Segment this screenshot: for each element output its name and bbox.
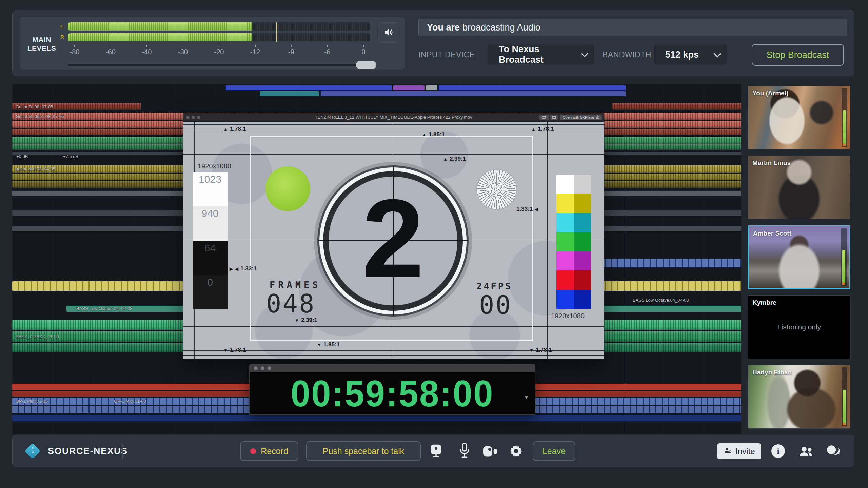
window-close-icon[interactable]: [254, 366, 258, 370]
daw-track-label: Guitar DI.dup1.08_07-05: [16, 114, 64, 119]
microphone-button[interactable]: [457, 442, 472, 460]
app-root: Guitar DI 08_07-05Guitar DI.dup1.08_07-0…: [0, 0, 868, 488]
rotate-icon[interactable]: [539, 115, 549, 120]
volume-slider[interactable]: [68, 60, 370, 70]
microphone-icon: [457, 455, 472, 460]
aspect-marker-icon: ▼: [529, 348, 534, 352]
aspect-marker-icon: ▼: [295, 318, 299, 323]
gear-icon: [508, 455, 524, 460]
aspect-marker-icon: ▲: [422, 133, 427, 137]
color-bars: [556, 175, 591, 309]
participant-tile-active[interactable]: Amber Scott: [748, 225, 850, 289]
video-player-window: TENZIN REEL 3_12 WITH JULY MIX_TIMECODE-…: [183, 113, 604, 359]
aspect-marker-icon: ◀: [235, 267, 238, 271]
bandwidth-label: BANDWIDTH: [603, 50, 651, 59]
fps-value: 00: [479, 290, 512, 320]
participant-name: Kymbre: [752, 299, 776, 306]
volume-slider-handle[interactable]: [356, 61, 376, 69]
timecode-titlebar[interactable]: [249, 364, 535, 372]
volume-slider-track[interactable]: [68, 64, 370, 66]
aspect-marker-icon: ▼: [223, 348, 228, 352]
daw-track-lane: [393, 85, 425, 90]
participant-tile[interactable]: Hadyn Ethan: [748, 365, 850, 429]
daw-track-lane: [226, 85, 392, 90]
color-bar-row: [556, 232, 591, 251]
chat-button[interactable]: [825, 444, 841, 460]
speaker-icon: [383, 27, 394, 39]
video-player-titlebar[interactable]: TENZIN REEL 3_12 WITH JULY MIX_TIMECODE-…: [183, 113, 604, 122]
chevron-down-icon: [714, 50, 722, 58]
daw-track-label: BASS Low Octave.04_04-08: [76, 306, 133, 311]
stop-broadcast-button[interactable]: Stop Broadcast: [752, 44, 844, 66]
db-tick: -9: [288, 48, 294, 56]
aspect-ratio-label: 1.78:1: [230, 126, 246, 133]
people-icon: [798, 455, 814, 460]
db-tick: -60: [106, 48, 116, 56]
daw-track-label: BASS Low Octave.04_04-08: [633, 298, 689, 303]
level-meter-right: [68, 33, 370, 41]
participant-level-meter: [841, 228, 847, 286]
level-meter: [68, 22, 370, 42]
settings-button[interactable]: [508, 443, 524, 460]
main-levels-panel: MAIN LEVELS L R -80 -60 -40 -30 -20 -12 …: [20, 17, 405, 70]
film-leader-frame[interactable]: 2 1023 940 64 0 1920x1080 1920x1080 ▲1.7…: [183, 122, 604, 359]
participant-tile[interactable]: Kymbre Listening only: [748, 295, 850, 359]
aspect-marker-icon: ▼: [317, 343, 321, 347]
starburst-pattern: [477, 170, 516, 209]
color-bar-row: [556, 251, 591, 270]
frame-line: [183, 355, 604, 356]
color-bar-row: [556, 270, 591, 289]
daw-track-lane: [12, 281, 190, 291]
peak-indicator: [276, 22, 277, 42]
resolution-label: 1920x1080: [551, 312, 585, 320]
fps-label: 24FPS: [476, 281, 512, 291]
db-tick: 0: [361, 48, 365, 56]
speaker-button[interactable]: [378, 22, 399, 43]
frames-label: FRAMES: [270, 280, 321, 290]
aspect-ratio-label: 2.39:1: [450, 156, 466, 162]
invite-button-label: Invite: [735, 447, 755, 456]
record-button[interactable]: Record: [240, 441, 298, 461]
window-zoom-icon[interactable]: [268, 366, 271, 370]
green-circle: [265, 166, 310, 211]
invite-button[interactable]: Invite: [717, 443, 761, 459]
grayscale-step: 64: [193, 241, 228, 275]
color-bar-row: [556, 290, 591, 309]
daw-track-lane: [321, 92, 626, 96]
leave-button[interactable]: Leave: [533, 441, 575, 461]
info-button[interactable]: i: [771, 444, 785, 458]
window-minimize-icon[interactable]: [261, 366, 264, 370]
main-levels-label: MAIN LEVELS: [23, 35, 60, 53]
camera-button[interactable]: [482, 445, 499, 459]
participants-button[interactable]: [798, 444, 814, 460]
display-button[interactable]: [428, 443, 444, 459]
share-icon[interactable]: [594, 115, 602, 120]
source-nexus-logo-icon: [24, 443, 41, 459]
bandwidth-dropdown[interactable]: 512 kps: [654, 45, 727, 64]
participant-tile[interactable]: Martin Linus: [748, 156, 850, 219]
color-bar-row: [556, 194, 591, 213]
participant-level-meter: [842, 367, 847, 426]
participant-tile[interactable]: You (Armel): [748, 86, 850, 149]
bandwidth-value: 512 kps: [665, 49, 699, 60]
daw-track-label: +7.5 dB: [63, 154, 78, 159]
daw-track-label: Guitar DI 08_07-05: [16, 104, 53, 109]
toolbar-divider: [122, 443, 123, 460]
timecode-window: 00:59:58:00 ▾: [249, 364, 535, 415]
input-device-label: INPUT DEVICE: [418, 50, 475, 59]
countdown-digit: 2: [323, 171, 463, 311]
crop-icon[interactable]: [550, 115, 558, 120]
color-bar-row: [556, 213, 591, 232]
aspect-ratio-label: 1.78:1: [538, 126, 554, 133]
timecode-dropdown-icon[interactable]: ▾: [525, 393, 528, 401]
open-with-button[interactable]: Open with 5KPlayer: [560, 115, 598, 120]
aspect-marker-icon: ▲: [531, 127, 536, 131]
frame-line: [183, 124, 604, 125]
app-name: SOURCE-NEXUS: [48, 446, 128, 456]
top-panel: MAIN LEVELS L R -80 -60 -40 -30 -20 -12 …: [12, 10, 854, 76]
input-device-dropdown[interactable]: To Nexus Broadcast: [488, 45, 594, 64]
chevron-down-icon: [581, 50, 588, 57]
record-button-label: Record: [261, 446, 288, 456]
push-to-talk-button[interactable]: Push spacebar to talk: [306, 441, 421, 461]
db-tick: -12: [250, 48, 260, 56]
